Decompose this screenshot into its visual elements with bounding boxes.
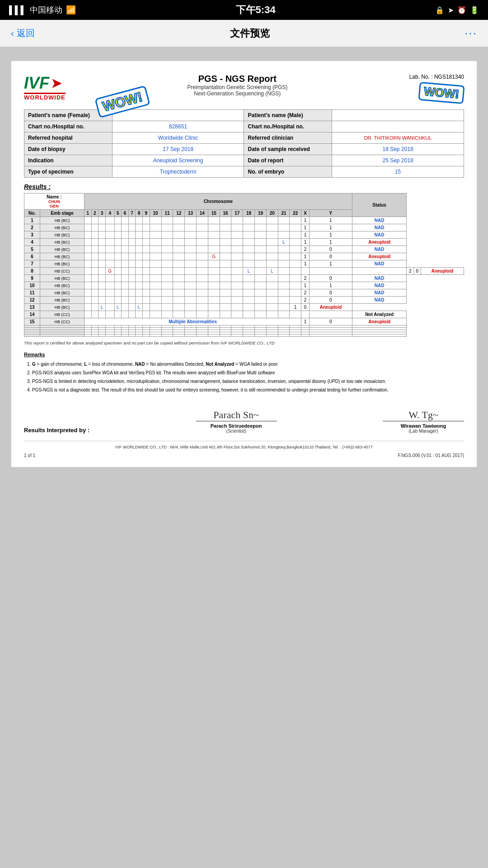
back-label: 返回 (17, 27, 35, 39)
more-button[interactable]: ··· (465, 26, 477, 40)
col-emb-stage: Emb stage (40, 210, 84, 217)
form-number: F.NGS.006 (V.01 : 01 AUG 2017) (398, 453, 464, 458)
row-5-y: 0 (309, 246, 352, 253)
label-embryo-count: No. of embryo (244, 166, 332, 178)
lab-no-text: Lab. No. : NGS181340 (409, 74, 464, 80)
wow-sticker-right: WOW! (418, 82, 465, 104)
value-specimen: Trophectoderm (112, 166, 244, 178)
footer-text: IVF WORLDWIDE CO., LTD : 66/4, Mille Mal… (24, 441, 464, 449)
row-11-no: 11 (24, 289, 40, 297)
table-row: 14 HB (CC) Not Analyzed (24, 311, 464, 318)
row-14-status: Not Analyzed (352, 311, 407, 318)
row-14-emb: HB (CC) (40, 311, 84, 318)
row-12-status: NAD (352, 297, 407, 304)
logo-ivf: IVF ➤ (24, 74, 61, 93)
col-10: 10 (150, 210, 161, 217)
signatory-1: Parach Sn~ Parach Siriruedeepon (Scienti… (196, 405, 277, 434)
col-16: 16 (220, 210, 231, 217)
row-13-x: 1 (290, 304, 301, 311)
row-2-x: 1 (301, 224, 310, 231)
row-4-emb: HB (BC) (40, 239, 84, 246)
row-6-chr15: G (208, 253, 220, 260)
row-14-x (301, 311, 310, 318)
row-3-status: NAD (352, 231, 407, 239)
row-8-chr14: L (243, 268, 255, 275)
label-chart-male: Chart no./Hospital no. (244, 121, 332, 132)
value-report-date: 25 Sep 2018 (332, 155, 464, 166)
remark-2: PGS-NGS analysis uses SurePlex WGA kit a… (32, 369, 464, 377)
remarks-list: G = gain of chromosome, L = loss of chro… (24, 361, 464, 394)
row-9-x: 2 (301, 275, 310, 282)
document: IVF ➤ WORLDWIDE PGS - NGS Report Preimpl… (11, 61, 477, 467)
carrier-name: 中国移动 (30, 5, 62, 15)
lock-icon: 🔒 (435, 6, 444, 14)
table-row: 1 HB (BC) 1 1 NAD (24, 217, 464, 224)
col-21: 21 (278, 210, 290, 217)
sig-2-name: Wirawan Tawiwong (383, 423, 464, 429)
table-row: 4 HB (BC) L 1 1 Aneuploid (24, 239, 464, 246)
chromosome-table: Name : CHUNGEN Chromosome Status No. Emb… (24, 193, 464, 337)
report-subtitle1: Preimplantation Genetic Screening (PGS) (66, 84, 409, 90)
col-19: 19 (255, 210, 267, 217)
value-clinician: DR. THITIKORN WANICHKUL (332, 132, 464, 144)
sig-1-name: Parach Siriruedeepon (196, 423, 277, 429)
value-biopsy: 17 Sep 2018 (112, 144, 244, 155)
results-by-label: Results Interpreted by : (24, 427, 89, 434)
remark-4: PGS-NGS is not a diagnostic test. The re… (32, 387, 464, 394)
chromosome-header: Chromosome (84, 193, 352, 210)
row-5-emb: HB (BC) (40, 246, 84, 253)
info-table: Patient's name (Female) Patient's name (… (24, 109, 464, 178)
label-report-date: Date of report (244, 155, 332, 166)
row-2-emb: HB (BC) (40, 224, 84, 231)
row-8-chr4: G (105, 268, 114, 275)
table-row-empty (24, 335, 464, 337)
row-1-no: 1 (24, 217, 40, 224)
col-4: 4 (105, 210, 114, 217)
name-label-cell: Name : CHUNGEN (24, 193, 84, 210)
results-by-text: Results Interpreted by : (24, 427, 89, 434)
row-15-no: 15 (24, 318, 40, 326)
col-5: 5 (114, 210, 122, 217)
cert-text: This report is certified for above analy… (24, 340, 464, 345)
value-ref-hospital: Worldwide Clinic (112, 132, 244, 144)
col-13: 13 (185, 210, 197, 217)
row-12-no: 12 (24, 297, 40, 304)
back-button[interactable]: ‹ 返回 (11, 27, 35, 39)
row-10-x: 1 (301, 282, 310, 289)
status-bar-right: 🔒 ➤ ⏰ 🔋 (435, 6, 479, 14)
row-8-chr16: L (266, 268, 278, 275)
row-13-chr8: L (136, 304, 143, 311)
wifi-icon: 📶 (66, 5, 76, 15)
label-chart-female: Chart no./Hospital no. (24, 121, 113, 132)
remarks-title-text: Remarks (24, 352, 45, 357)
battery-icon: 🔋 (470, 6, 479, 14)
row-2-status: NAD (352, 224, 407, 231)
info-row-specimen: Type of specimen Trophectoderm No. of em… (24, 166, 464, 178)
col-9: 9 (143, 210, 150, 217)
row-1-emb: HB (BC) (40, 217, 84, 224)
report-main-title: PGS - NGS Report (66, 74, 409, 84)
row-12-emb: HB (BC) (40, 297, 84, 304)
row-4-status: Aneuploid (352, 239, 407, 246)
row-14-no: 14 (24, 311, 40, 318)
row-11-x: 2 (301, 289, 310, 297)
time-display: 下午5:34 (236, 3, 276, 17)
nav-bar: ‹ 返回 文件预览 ··· (0, 20, 488, 47)
lab-no: Lab. No. : NGS181340 WOW! (409, 74, 464, 102)
table-row: 13 HB (BC) L L L 1 0 Aneuploid (24, 304, 464, 311)
sig-2-handwriting: W. Tg~ (383, 405, 464, 421)
info-row-biopsy: Date of biopsy 17 Sep 2018 Date of sampl… (24, 144, 464, 155)
footer-address: IVF WORLDWIDE CO., LTD : 66/4, Mille Mal… (24, 445, 464, 449)
row-3-y: 1 (309, 231, 352, 239)
col-12: 12 (173, 210, 185, 217)
name-label-text: Name : (47, 194, 61, 199)
col-8: 8 (136, 210, 143, 217)
col-2: 2 (91, 210, 99, 217)
value-indication: Aneuploid Screening (112, 155, 244, 166)
location-icon: ➤ (448, 6, 454, 14)
value-sample-received: 18 Sep 2018 (332, 144, 464, 155)
col-11: 11 (161, 210, 173, 217)
row-14-y (309, 311, 352, 318)
col-18: 18 (243, 210, 255, 217)
row-11-emb: HB (BC) (40, 289, 84, 297)
